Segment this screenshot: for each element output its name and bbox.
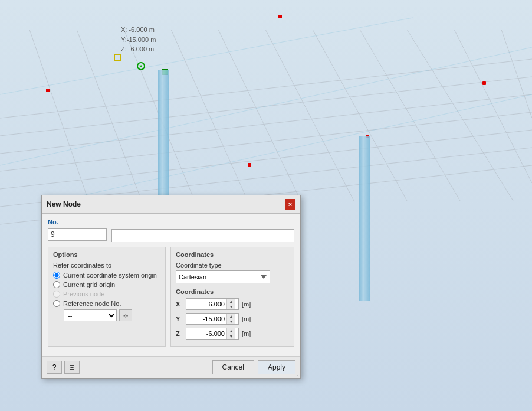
ref-node-dropdown[interactable]: -- <box>64 309 117 321</box>
z-spin-up[interactable]: ▲ <box>227 328 235 334</box>
coord-type-label: Coordinate type <box>176 262 289 269</box>
radio-item-1[interactable]: Current coordinate system origin <box>53 272 160 279</box>
yellow-square-marker <box>114 54 121 61</box>
monitor-icon: ⊟ <box>69 363 75 371</box>
apply-button[interactable]: Apply <box>258 360 295 374</box>
svg-line-16 <box>454 30 532 183</box>
coords-section-label: Coordinates <box>176 288 289 295</box>
column-2 <box>359 136 370 301</box>
radio-label-3: Previous node <box>63 291 104 298</box>
x-spin-down[interactable]: ▼ <box>227 304 235 309</box>
coord-type-section: Coordinate type Cartesian Cylindrical Sp… <box>176 262 289 283</box>
main-columns: Options Refer coordinates to Current coo… <box>48 247 294 347</box>
radio-label-1: Current coordinate system origin <box>63 272 157 279</box>
svg-line-11 <box>218 30 301 201</box>
close-button[interactable]: × <box>285 199 295 210</box>
coord-type-select[interactable]: Cartesian Cylindrical Spherical <box>176 270 270 283</box>
svg-line-0 <box>0 59 532 118</box>
y-input[interactable] <box>186 314 226 324</box>
footer-right: Cancel Apply <box>212 360 295 374</box>
no-row: No. <box>48 218 294 242</box>
dialog-footer: ? ⊟ Cancel Apply <box>42 356 300 378</box>
radio-label-4: Reference node No. <box>63 300 121 307</box>
monitor-button[interactable]: ⊟ <box>64 361 80 374</box>
pick-button[interactable]: ⊹ <box>119 309 132 321</box>
help-icon: ? <box>52 363 57 371</box>
z-spin-btns: ▲ ▼ <box>226 328 235 339</box>
svg-line-8 <box>77 30 142 201</box>
options-title: Options <box>53 251 160 258</box>
coordinate-label: X: -6.000 m Y:-15.000 m Z: -6.000 m <box>121 25 156 54</box>
radio-input-1[interactable] <box>53 272 60 279</box>
coordinates-panel: Coordinates Coordinate type Cartesian Cy… <box>170 247 294 347</box>
coord-row-z: Z ▲ ▼ [m] <box>176 328 289 340</box>
column-1 <box>158 70 169 206</box>
coord-row-y: Y ▲ ▼ [m] <box>176 313 289 325</box>
z-input[interactable] <box>186 328 226 339</box>
svg-line-3 <box>0 112 532 171</box>
help-button[interactable]: ? <box>47 361 62 374</box>
svg-line-17 <box>501 30 532 118</box>
refer-label: Refer coordinates to <box>53 262 160 269</box>
svg-line-4 <box>0 130 532 189</box>
dialog-body: No. Options Refer coordinates to Current… <box>42 214 300 351</box>
options-panel: Options Refer coordinates to Current coo… <box>48 247 166 347</box>
radio-input-4[interactable] <box>53 300 60 307</box>
x-axis-label: X <box>176 301 183 308</box>
x-unit: [m] <box>242 301 254 308</box>
svg-line-2 <box>0 94 532 154</box>
svg-line-10 <box>171 30 248 201</box>
name-input[interactable] <box>111 229 294 242</box>
svg-line-12 <box>265 30 354 201</box>
x-input-wrap: ▲ ▼ <box>186 298 239 310</box>
y-axis-label: Y <box>176 315 183 322</box>
red-dot-1 <box>278 15 282 18</box>
z-unit: [m] <box>242 330 254 337</box>
cancel-button[interactable]: Cancel <box>212 360 254 374</box>
radio-item-3: Previous node <box>53 291 160 298</box>
svg-line-18 <box>0 18 413 94</box>
no-section: No. <box>48 218 107 241</box>
ref-node-row: -- ⊹ <box>53 309 160 321</box>
coord-row-x: X ▲ ▼ [m] <box>176 298 289 310</box>
red-dot-2 <box>482 81 486 85</box>
dialog-title: New Node <box>47 200 81 208</box>
pick-icon: ⊹ <box>123 312 128 319</box>
dialog-titlebar: New Node × <box>42 195 300 214</box>
x-input[interactable] <box>186 299 226 309</box>
y-input-wrap: ▲ ▼ <box>186 313 239 325</box>
svg-line-15 <box>407 30 513 201</box>
radio-input-2[interactable] <box>53 281 60 288</box>
z-axis-label: Z <box>176 330 183 337</box>
radio-label-2: Current grid origin <box>63 281 115 288</box>
x-spin-btns: ▲ ▼ <box>226 299 235 309</box>
svg-line-19 <box>0 47 532 165</box>
y-spin-up[interactable]: ▲ <box>227 314 235 319</box>
coordinates-section-title: Coordinates <box>176 251 289 258</box>
resize-handle[interactable]: ⋱ <box>294 372 300 378</box>
new-node-dialog: New Node × No. Options Refer coordinates… <box>41 195 301 379</box>
radio-group: Current coordinate system origin Current… <box>53 272 160 307</box>
y-spin-down[interactable]: ▼ <box>227 319 235 324</box>
green-circle-x-marker: × <box>137 62 145 70</box>
y-spin-btns: ▲ ▼ <box>226 314 235 324</box>
svg-line-14 <box>360 30 460 201</box>
footer-left: ? ⊟ <box>47 361 80 374</box>
z-input-wrap: ▲ ▼ <box>186 328 239 340</box>
x-spin-up[interactable]: ▲ <box>227 299 235 304</box>
no-input[interactable] <box>48 228 107 241</box>
red-dot-3 <box>46 89 50 92</box>
y-unit: [m] <box>242 315 254 322</box>
svg-line-7 <box>29 30 88 201</box>
red-dot-4 <box>248 163 251 167</box>
svg-line-20 <box>59 94 532 201</box>
radio-input-3 <box>53 291 60 298</box>
radio-item-2[interactable]: Current grid origin <box>53 281 160 288</box>
z-spin-down[interactable]: ▼ <box>227 334 235 339</box>
radio-item-4[interactable]: Reference node No. <box>53 300 160 307</box>
no-label: No. <box>48 218 107 226</box>
